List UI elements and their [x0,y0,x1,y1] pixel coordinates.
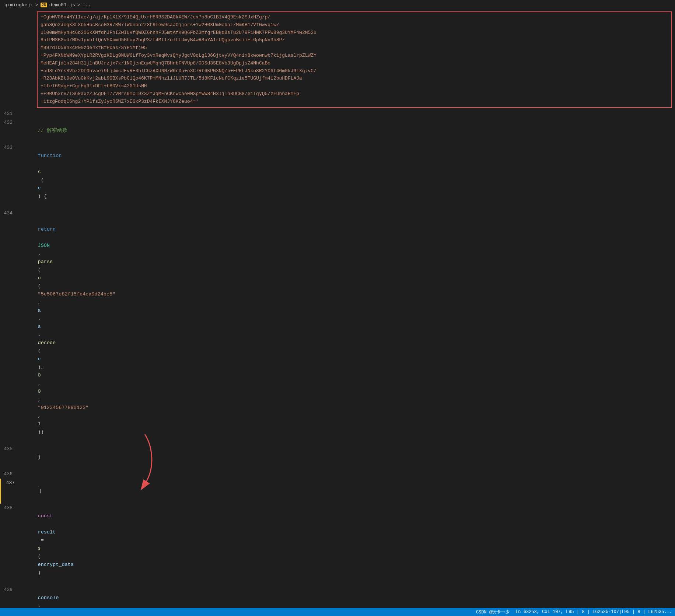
encrypted-line-6: +Pyp4FXNbWM9eXYpLR2RVgzKDLg0NUW6LfToy3vx… [41,53,316,58]
breadcrumb-ellipsis: ... [83,2,91,8]
comment-decrypt: // 解密函数 [38,128,67,133]
line-content-434: return JSON . parse ( o ( "5e5067e82f15f… [18,209,675,444]
csdn-label: CSDN @玩卡一少 [476,609,510,615]
status-bar-right: CSDN @玩卡一少 Ln 63253, Col 107, L95 | 8 | … [476,609,672,615]
js-icon: JS [41,3,47,7]
encrypted-line-11: ++9BUbxrV7TS6kaxzZJcgOFl77VMrs9mcl9x3ZfJ… [41,91,299,97]
code-line-436: 436 [0,470,675,479]
encrypted-line-1: +CgbWV06n4NYlIac/g/aj/KplXlX/91E4QjUxrH8… [41,14,270,20]
editor-area: +CgbWV06n4NYlIac/g/aj/KplXlX/91E4QjUxrH8… [0,10,675,616]
breadcrumb-sep1: > [35,2,38,8]
code-line-434: 434 return JSON . parse ( o ( "5e5067e82… [0,209,675,445]
encrypted-line-2: gabSQn2JeqK8L8b5HbcBsoG3R7RW7TWbnbn2z8h9… [41,22,279,28]
line-content-438: const result = s ( encrypt_data ) [18,504,675,585]
breadcrumb-sep2: > [77,2,80,8]
code-line-431: 431 [0,109,675,118]
encrypted-line-3: Ul00mWmHyhHc6b206kXMfdhJFnIZwIUVfQWDZ6hh… [41,30,316,35]
position-label: Ln 63253, Col 107, L95 | 8 | L62535-107|… [515,609,672,615]
encrypted-data-box: +CgbWV06n4NYlIac/g/aj/KplXlX/91E4QjUxrH8… [37,11,672,108]
line-num-434: 434 [0,209,18,217]
code-line-433: 433 function s ( e ) { [0,143,675,209]
code-line-435: 435 } [0,445,675,470]
line-num-437: 437 [1,479,20,487]
line-content-437 [20,479,675,503]
line-num-436: 436 [0,470,18,478]
encrypted-line-4: 8hIPMSBGuU/MDv1pxbfIQnV5XbmD5Ghuy2hqP3/f… [41,37,285,43]
kw-function: function [38,153,62,158]
line-num-433: 433 [0,144,18,152]
code-line-438: 438 const result = s ( encrypt_data ) [0,504,675,585]
line-num-435: 435 [0,445,18,453]
line-num-439: 439 [0,586,18,594]
cursor [39,488,42,494]
code-line-432: 432 // 解密函数 [0,118,675,143]
status-bar: CSDN @玩卡一少 Ln 63253, Col 107, L95 | 8 | … [0,608,675,616]
breadcrumb-project[interactable]: qimingkeji [4,2,33,8]
encrypted-line-7: MeHEAFjdln284H3ljlnBUJrzjx7k/1NGjcnEqwUM… [41,60,270,66]
encrypted-line-10: +lfeI69dg++CgrHq3lxDFt+b80Vks42G1UsMH [41,83,147,89]
encrypted-line-12: +1tzgFqdqC6hg2+YPlfsZyJycR5WZ7xE6xP3zD4F… [41,99,199,104]
breadcrumb: qimingkeji > JS demo01.js > ... [0,0,675,10]
line-num-431: 431 [0,110,18,118]
encrypted-line-8: +od8LdYrs8Vbz2Df0hvaei9LjUmcJEvRE3hlC6zA… [41,68,316,74]
breadcrumb-file[interactable]: demo01.js [49,2,75,8]
line-content-432: // 解密函数 [18,119,675,143]
fn-name-s: s [38,169,41,175]
line-num-432: 432 [0,119,18,127]
encrypted-line-9: +R23AbKBt0e0Vu0kKvj2abL9OBXsPbGiQo46K7Pm… [41,76,302,81]
line-content-435: } [18,445,675,469]
code-line-437: 437 [0,479,675,504]
encrypted-line-5: M99rdIO59nxcP00zde4xfBfP0as/SYHiMfj05 [41,45,147,50]
line-num-438: 438 [0,504,18,512]
line-content-433: function s ( e ) { [18,144,675,209]
